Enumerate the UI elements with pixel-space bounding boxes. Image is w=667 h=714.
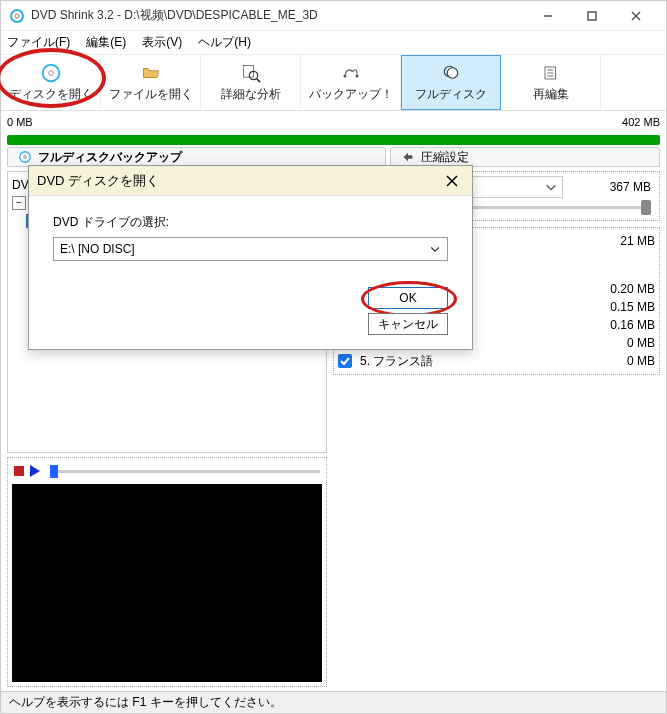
folder-open-icon <box>139 63 163 83</box>
slider-thumb[interactable] <box>50 465 58 478</box>
backup-button[interactable]: バックアップ！ <box>301 55 401 110</box>
menu-help[interactable]: ヘルプ(H) <box>198 34 251 51</box>
size-left: 0 MB <box>7 116 622 128</box>
dialog-buttons: OK キャンセル <box>29 275 472 349</box>
dialog-body: DVD ドライブの選択: E:\ [NO DISC] <box>29 196 472 275</box>
compress-panel-tab[interactable]: 圧縮設定 <box>390 147 660 167</box>
track-size: 0 MB <box>585 354 655 368</box>
titlebar: DVD Shrink 3.2 - D:\视频\DVD\DESPICABLE_ME… <box>1 1 666 31</box>
status-bar: ヘルプを表示するには F1 キーを押してください。 <box>1 691 666 713</box>
backup-label: バックアップ！ <box>309 86 393 103</box>
slider-thumb[interactable] <box>641 200 651 215</box>
window-title: DVD Shrink 3.2 - D:\视频\DVD\DESPICABLE_ME… <box>31 7 526 24</box>
reauthor-button[interactable]: 再編集 <box>501 55 601 110</box>
dialog-close-button[interactable] <box>440 169 464 193</box>
svg-point-12 <box>355 74 358 77</box>
preview-controls <box>10 460 324 482</box>
magnifier-icon <box>239 63 263 83</box>
panel-tabs: フルディスクバックアップ 圧縮設定 <box>1 147 666 167</box>
disc-icon <box>39 63 63 83</box>
close-icon <box>446 175 458 187</box>
full-disc-label: フルディスク <box>415 86 487 103</box>
backup-panel-tab[interactable]: フルディスクバックアップ <box>7 147 386 167</box>
track-size: 0.20 MB <box>585 282 655 296</box>
status-text: ヘルプを表示するには F1 キーを押してください。 <box>9 694 282 711</box>
backup-icon <box>339 63 363 83</box>
ok-button[interactable]: OK <box>368 287 448 309</box>
svg-point-11 <box>343 74 346 77</box>
svg-point-20 <box>24 156 27 159</box>
open-disc-button[interactable]: ディスクを開く <box>1 55 101 110</box>
menubar: ファイル(F) 編集(E) 表示(V) ヘルプ(H) <box>1 31 666 55</box>
audio-header-size: 21 MB <box>585 234 655 248</box>
checkbox[interactable] <box>338 354 352 368</box>
minimize-button[interactable] <box>526 1 570 31</box>
open-disc-label: ディスクを開く <box>9 86 93 103</box>
stop-button[interactable] <box>14 466 24 476</box>
chevron-down-icon <box>544 180 558 194</box>
track-label: 5. フランス語 <box>360 353 577 370</box>
svg-point-14 <box>447 67 458 78</box>
menu-file[interactable]: ファイル(F) <box>7 34 70 51</box>
disc-small-icon <box>18 150 32 164</box>
size-right: 402 MB <box>622 116 660 128</box>
compress-icon <box>401 150 415 164</box>
svg-point-7 <box>48 70 53 75</box>
discs-icon <box>439 63 463 83</box>
open-file-label: ファイルを開く <box>109 86 193 103</box>
main-window: DVD Shrink 3.2 - D:\视频\DVD\DESPICABLE_ME… <box>0 0 667 714</box>
play-button[interactable] <box>30 465 40 477</box>
reauthor-icon <box>539 63 563 83</box>
dialog-title: DVD ディスクを開く <box>37 172 440 190</box>
size-bar: 0 MB 402 MB <box>1 111 666 133</box>
preview-video <box>12 484 322 682</box>
track-size: 0 MB <box>585 336 655 350</box>
svg-rect-3 <box>588 12 596 20</box>
tree-prefix: DV <box>12 178 29 192</box>
dialog-titlebar: DVD ディスクを開く <box>29 166 472 196</box>
analyze-label: 詳細な分析 <box>221 86 281 103</box>
reauthor-label: 再編集 <box>533 86 569 103</box>
toolbar: ディスクを開く ファイルを開く 詳細な分析 バックアップ！ フルディスク 再編集 <box>1 55 666 111</box>
full-disc-button[interactable]: フルディスク <box>401 55 501 110</box>
svg-line-10 <box>256 78 259 81</box>
track-size: 0.16 MB <box>585 318 655 332</box>
backup-panel-label: フルディスクバックアップ <box>38 149 182 166</box>
open-file-button[interactable]: ファイルを開く <box>101 55 201 110</box>
drive-select-value: E:\ [NO DISC] <box>60 242 429 256</box>
svg-point-1 <box>15 14 19 18</box>
compress-panel-label: 圧縮設定 <box>421 149 469 166</box>
chevron-down-icon <box>429 243 441 255</box>
audio-track-row: 5. フランス語 0 MB <box>338 352 655 370</box>
app-icon <box>9 8 25 24</box>
cancel-label: キャンセル <box>378 316 438 333</box>
menu-view[interactable]: 表示(V) <box>142 34 182 51</box>
video-size: 367 MB <box>575 178 655 196</box>
drive-select[interactable]: E:\ [NO DISC] <box>53 237 448 261</box>
drive-select-label: DVD ドライブの選択: <box>53 214 448 231</box>
size-progress <box>7 135 660 145</box>
preview-panel <box>7 457 327 687</box>
open-disc-dialog: DVD ディスクを開く DVD ドライブの選択: E:\ [NO DISC] O… <box>28 165 473 350</box>
preview-slider[interactable] <box>50 470 320 473</box>
analyze-button[interactable]: 詳細な分析 <box>201 55 301 110</box>
close-button[interactable] <box>614 1 658 31</box>
menu-edit[interactable]: 編集(E) <box>86 34 126 51</box>
tree-minus-icon[interactable]: − <box>12 196 26 210</box>
cancel-button[interactable]: キャンセル <box>368 313 448 335</box>
track-size: 0.15 MB <box>585 300 655 314</box>
ok-label: OK <box>399 291 416 305</box>
maximize-button[interactable] <box>570 1 614 31</box>
